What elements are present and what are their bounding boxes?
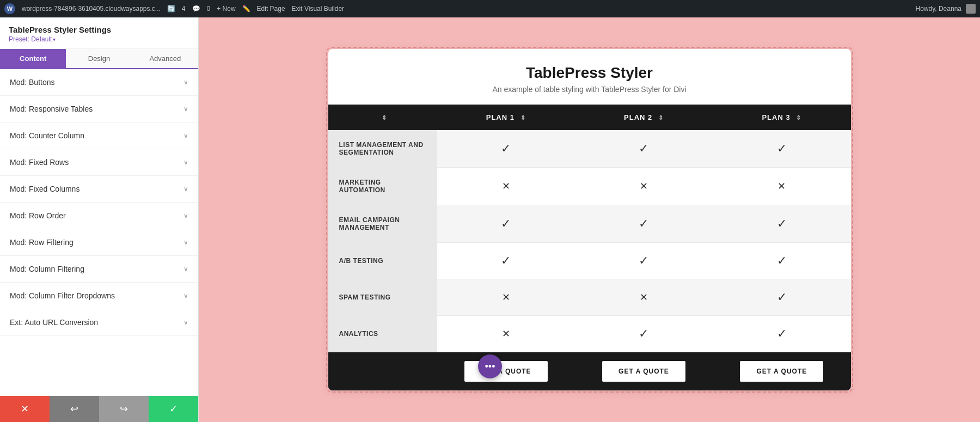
undo-button[interactable]: ↩ xyxy=(50,396,99,422)
check-icon: ✓ xyxy=(777,217,787,230)
sidebar-item-buttons[interactable]: Mod: Buttons ∨ xyxy=(0,69,198,96)
chevron-down-icon: ∨ xyxy=(183,238,188,246)
edit-page-link[interactable]: Edit Page xyxy=(257,5,285,13)
plan2-cell: ✓ xyxy=(575,243,713,279)
check-icon: ✓ xyxy=(639,217,648,230)
plan3-cell: ✓ xyxy=(713,279,850,316)
plan2-cell: ✓ xyxy=(575,205,713,243)
sidebar-title: TablePress Styler Settings xyxy=(9,25,189,34)
table-row: LIST MANAGEMENT AND SEGMENTATION✓✓✓ xyxy=(328,130,851,168)
table-row: SPAM TESTING✕✕✓ xyxy=(328,279,851,316)
table-row: A/B TESTING✓✓✓ xyxy=(328,243,851,279)
sidebar-items-list: Mod: Buttons ∨ Mod: Responsive Tables ∨ … xyxy=(0,69,198,396)
col-header-feature[interactable]: ⇕ xyxy=(328,105,437,130)
comment-count: 0 xyxy=(207,5,211,13)
check-icon: ✓ xyxy=(639,327,648,340)
sidebar-item-auto-url[interactable]: Ext: Auto URL Conversion ∨ xyxy=(0,309,198,336)
plan1-cell: ✓ xyxy=(437,243,575,279)
admin-bar-right: Howdy, Deanna xyxy=(916,4,976,14)
check-icon: ✓ xyxy=(777,290,787,304)
chevron-down-icon: ∨ xyxy=(183,319,188,326)
get-quote-plan1-button[interactable]: GET A QUOTE xyxy=(464,361,548,382)
content-area: TablePress Styler An example of table st… xyxy=(199,17,980,422)
plan2-cell: ✓ xyxy=(575,130,713,168)
wordpress-logo[interactable]: W xyxy=(4,3,15,14)
exit-visual-builder-link[interactable]: Exit Visual Builder xyxy=(292,5,345,13)
chevron-down-icon: ∨ xyxy=(183,265,188,273)
get-quote-plan3-button[interactable]: GET A QUOTE xyxy=(740,361,823,382)
plan3-cell: ✓ xyxy=(713,316,850,352)
sidebar-preset[interactable]: Preset: Default ▾ xyxy=(9,35,189,43)
refresh-count: 4 xyxy=(182,5,186,13)
user-avatar[interactable] xyxy=(966,4,976,14)
table-footer-row: GET A QUOTE GET A QUOTE GET A QUOTE xyxy=(328,352,851,391)
sidebar: TablePress Styler Settings Preset: Defau… xyxy=(0,17,199,422)
sidebar-header: TablePress Styler Settings Preset: Defau… xyxy=(0,17,198,49)
comparison-table: ⇕ PLAN 1 ⇕ PLAN 2 ⇕ PLAN 3 xyxy=(328,105,851,390)
tab-advanced[interactable]: Advanced xyxy=(132,49,198,68)
plan1-cell: ✕ xyxy=(437,279,575,316)
plan1-cell: ✓ xyxy=(437,205,575,243)
sidebar-item-fixed-rows[interactable]: Mod: Fixed Rows ∨ xyxy=(0,149,198,176)
cross-icon: ✕ xyxy=(502,181,510,192)
dots-icon: ••• xyxy=(485,361,495,372)
feature-cell: MARKETING AUTOMATION xyxy=(328,168,437,205)
sidebar-item-row-filtering[interactable]: Mod: Row Filtering ∨ xyxy=(0,229,198,256)
sidebar-item-counter-column[interactable]: Mod: Counter Column ∨ xyxy=(0,123,198,149)
check-icon: ✓ xyxy=(639,142,648,155)
sidebar-item-label: Mod: Column Filtering xyxy=(10,265,84,273)
table-row: EMAIL CAMPAIGN MANAGEMENT✓✓✓ xyxy=(328,205,851,243)
sidebar-item-column-filtering[interactable]: Mod: Column Filtering ∨ xyxy=(0,256,198,283)
check-icon: ✓ xyxy=(501,254,511,267)
sort-icon: ⇕ xyxy=(796,114,801,121)
get-quote-plan2-button[interactable]: GET A QUOTE xyxy=(602,361,685,382)
col-header-plan1[interactable]: PLAN 1 ⇕ xyxy=(437,105,575,130)
plan2-cell: ✕ xyxy=(575,168,713,205)
table-header-row: ⇕ PLAN 1 ⇕ PLAN 2 ⇕ PLAN 3 xyxy=(328,105,851,130)
tab-design[interactable]: Design xyxy=(66,49,132,68)
sort-icon: ⇕ xyxy=(382,114,387,121)
preset-arrow-icon: ▾ xyxy=(53,36,56,42)
cancel-button[interactable]: ✕ xyxy=(0,396,50,422)
floating-action-button[interactable]: ••• xyxy=(478,354,502,378)
col-header-plan2[interactable]: PLAN 2 ⇕ xyxy=(575,105,713,130)
redo-button[interactable]: ↪ xyxy=(99,396,149,422)
plan3-cell: ✓ xyxy=(713,205,850,243)
sidebar-item-label: Mod: Fixed Rows xyxy=(10,158,69,167)
sidebar-item-label: Mod: Row Filtering xyxy=(10,238,74,247)
save-button[interactable]: ✓ xyxy=(149,396,198,422)
sidebar-item-label: Mod: Fixed Columns xyxy=(10,185,79,193)
feature-cell: ANALYTICS xyxy=(328,316,437,352)
table-card-wrapper: TablePress Styler An example of table st… xyxy=(328,49,851,390)
chevron-down-icon: ∨ xyxy=(183,158,188,166)
col-header-plan3[interactable]: PLAN 3 ⇕ xyxy=(713,105,850,130)
feature-cell: A/B TESTING xyxy=(328,243,437,279)
table-main-title: TablePress Styler xyxy=(339,64,840,82)
check-icon: ✓ xyxy=(501,142,511,155)
sidebar-item-label: Mod: Responsive Tables xyxy=(10,105,93,113)
chevron-down-icon: ∨ xyxy=(183,105,188,113)
sidebar-item-row-order[interactable]: Mod: Row Order ∨ xyxy=(0,203,198,229)
footer-plan3-cell: GET A QUOTE xyxy=(713,352,850,391)
check-icon: ✓ xyxy=(777,254,787,267)
sort-icon: ⇕ xyxy=(520,114,526,121)
footer-empty-cell xyxy=(328,352,437,391)
howdy-text: Howdy, Deanna xyxy=(916,5,962,13)
table-subtitle: An example of table styling with TablePr… xyxy=(339,85,840,94)
new-button[interactable]: + New xyxy=(217,5,235,13)
plan1-cell: ✕ xyxy=(437,316,575,352)
tab-content[interactable]: Content xyxy=(0,49,66,68)
chevron-down-icon: ∨ xyxy=(183,78,188,86)
plan1-cell: ✓ xyxy=(437,130,575,168)
sidebar-item-responsive-tables[interactable]: Mod: Responsive Tables ∨ xyxy=(0,96,198,123)
cross-icon: ✕ xyxy=(640,181,648,192)
check-icon: ✓ xyxy=(777,327,787,340)
sidebar-item-fixed-columns[interactable]: Mod: Fixed Columns ∨ xyxy=(0,176,198,203)
sidebar-item-label: Mod: Buttons xyxy=(10,78,55,87)
sidebar-item-label: Mod: Counter Column xyxy=(10,131,84,140)
cross-icon: ✕ xyxy=(640,292,648,303)
cross-icon: ✕ xyxy=(777,181,786,192)
plan2-cell: ✓ xyxy=(575,316,713,352)
chevron-down-icon: ∨ xyxy=(183,185,188,193)
sidebar-item-column-filter-dropdowns[interactable]: Mod: Column Filter Dropdowns ∨ xyxy=(0,283,198,309)
